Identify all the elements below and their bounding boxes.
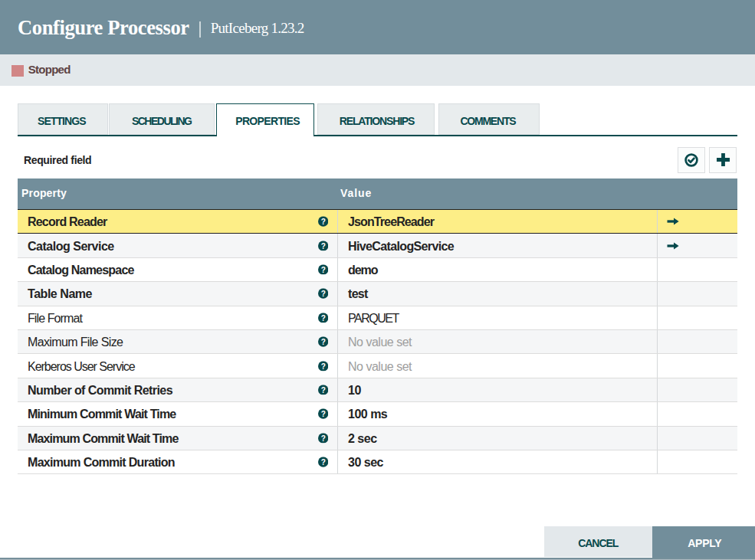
svg-text:?: ? <box>321 241 326 250</box>
svg-text:?: ? <box>321 386 326 395</box>
svg-text:?: ? <box>321 458 326 467</box>
svg-text:?: ? <box>321 266 326 274</box>
svg-text:?: ? <box>321 313 326 322</box>
svg-text:?: ? <box>321 290 326 298</box>
svg-text:?: ? <box>321 410 326 418</box>
svg-text:?: ? <box>321 362 326 370</box>
svg-text:?: ? <box>321 434 326 442</box>
svg-text:?: ? <box>321 338 326 346</box>
svg-text:?: ? <box>321 218 326 226</box>
